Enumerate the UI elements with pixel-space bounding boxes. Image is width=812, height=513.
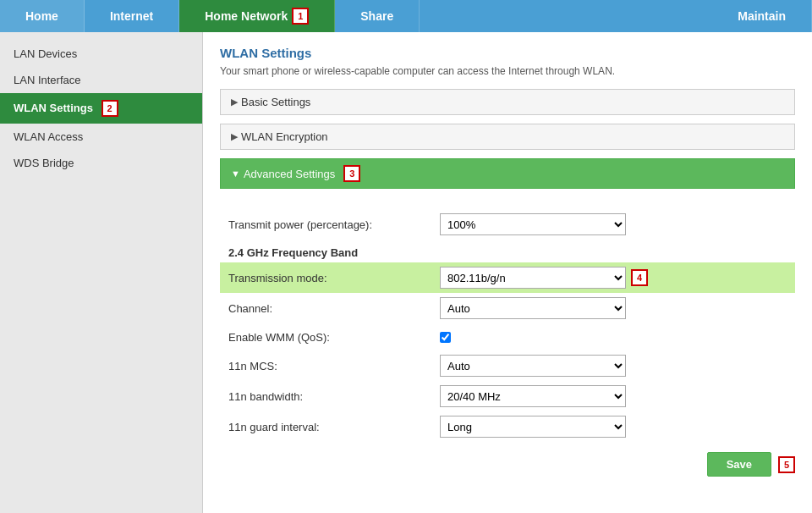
section-header-encryption[interactable]: ▶ WLAN Encryption bbox=[220, 124, 795, 150]
bandwidth-label: 11n bandwidth: bbox=[220, 390, 440, 403]
channel-row: Channel: Auto 1234 5678 91011 bbox=[220, 293, 795, 323]
page-description: Your smart phone or wireless-capable com… bbox=[220, 65, 795, 77]
main-content: WLAN Settings Your smart phone or wirele… bbox=[203, 32, 812, 513]
wmm-row: Enable WMM (QoS): bbox=[220, 323, 795, 350]
mcs-label: 11n MCS: bbox=[220, 360, 440, 372]
step-badge-1: 1 bbox=[292, 8, 309, 25]
sidebar-item-wlan-settings[interactable]: WLAN Settings 2 bbox=[0, 93, 202, 124]
sidebar-item-lan-devices[interactable]: LAN Devices bbox=[0, 41, 202, 67]
wmm-label: Enable WMM (QoS): bbox=[220, 331, 440, 344]
tab-maintain-label: Maintain bbox=[738, 9, 786, 23]
channel-select[interactable]: Auto 1234 5678 91011 bbox=[440, 297, 626, 319]
freq-band-title: 2.4 GHz Frequency Band bbox=[220, 240, 795, 262]
arrow-basic: ▶ bbox=[231, 97, 238, 108]
sidebar-label-wlan-settings: WLAN Settings bbox=[14, 102, 93, 114]
mcs-control: Auto 0123 4567 bbox=[440, 355, 626, 377]
section-header-advanced[interactable]: ▼ Advanced Settings 3 bbox=[220, 158, 795, 189]
mcs-select[interactable]: Auto 0123 4567 bbox=[440, 355, 626, 377]
page-title: WLAN Settings bbox=[220, 46, 795, 60]
bandwidth-control: 20/40 MHz 20 MHz 40 MHz bbox=[440, 385, 626, 407]
transmission-mode-select[interactable]: 802.11b/g/n 802.11b 802.11g 802.11n bbox=[440, 267, 626, 289]
guard-label: 11n guard interval: bbox=[220, 421, 440, 433]
sidebar-label-wds-bridge: WDS Bridge bbox=[14, 157, 74, 169]
channel-label: Channel: bbox=[220, 302, 440, 315]
guard-control: Long Short Auto bbox=[440, 416, 626, 438]
tab-home-network[interactable]: Home Network 1 bbox=[179, 0, 335, 32]
tab-share-label: Share bbox=[360, 9, 393, 23]
page-layout: LAN Devices LAN Interface WLAN Settings … bbox=[0, 32, 812, 513]
bandwidth-row: 11n bandwidth: 20/40 MHz 20 MHz 40 MHz bbox=[220, 381, 795, 411]
arrow-encryption: ▶ bbox=[231, 131, 238, 142]
tab-share[interactable]: Share bbox=[335, 0, 420, 32]
section-header-basic[interactable]: ▶ Basic Settings bbox=[220, 89, 795, 115]
save-button[interactable]: Save bbox=[707, 452, 771, 477]
step-badge-3: 3 bbox=[343, 165, 360, 182]
advanced-settings-content: Transmit power (percentage): 100% 75% 50… bbox=[220, 197, 795, 488]
tab-home-network-label: Home Network bbox=[205, 9, 288, 23]
tab-home[interactable]: Home bbox=[0, 0, 85, 32]
tab-internet-label: Internet bbox=[110, 9, 153, 23]
transmit-power-label: Transmit power (percentage): bbox=[220, 218, 440, 231]
section-label-encryption: WLAN Encryption bbox=[241, 130, 328, 143]
arrow-advanced: ▼ bbox=[231, 168, 240, 179]
guard-select[interactable]: Long Short Auto bbox=[440, 416, 626, 438]
section-label-basic: Basic Settings bbox=[241, 96, 310, 108]
footer-actions: Save 5 bbox=[220, 442, 795, 480]
sidebar-label-wlan-access: WLAN Access bbox=[14, 130, 83, 143]
transmit-power-control: 100% 75% 50% 25% bbox=[440, 213, 626, 235]
sidebar-label-lan-devices: LAN Devices bbox=[14, 47, 77, 60]
step-badge-4: 4 bbox=[631, 269, 648, 286]
sidebar-item-wlan-access[interactable]: WLAN Access bbox=[0, 124, 202, 150]
transmission-mode-label: Transmission mode: bbox=[220, 272, 440, 284]
sidebar-item-lan-interface[interactable]: LAN Interface bbox=[0, 67, 202, 93]
transmission-mode-control: 802.11b/g/n 802.11b 802.11g 802.11n 4 bbox=[440, 267, 648, 289]
top-navigation: Home Internet Home Network 1 Share Maint… bbox=[0, 0, 812, 32]
channel-control: Auto 1234 5678 91011 bbox=[440, 297, 626, 319]
wmm-checkbox[interactable] bbox=[440, 332, 451, 343]
step-badge-2: 2 bbox=[102, 100, 118, 117]
transmission-mode-row: Transmission mode: 802.11b/g/n 802.11b 8… bbox=[220, 262, 795, 293]
mcs-row: 11n MCS: Auto 0123 4567 bbox=[220, 350, 795, 381]
section-label-advanced: Advanced Settings bbox=[244, 168, 335, 180]
nav-spacer bbox=[420, 0, 712, 32]
sidebar-item-wds-bridge[interactable]: WDS Bridge bbox=[0, 150, 202, 176]
transmit-power-row: Transmit power (percentage): 100% 75% 50… bbox=[220, 209, 795, 240]
tab-internet[interactable]: Internet bbox=[85, 0, 179, 32]
sidebar-label-lan-interface: LAN Interface bbox=[14, 74, 81, 86]
transmit-power-select[interactable]: 100% 75% 50% 25% bbox=[440, 213, 626, 235]
step-badge-5: 5 bbox=[778, 456, 795, 473]
wmm-control bbox=[440, 332, 626, 343]
guard-row: 11n guard interval: Long Short Auto bbox=[220, 411, 795, 442]
bandwidth-select[interactable]: 20/40 MHz 20 MHz 40 MHz bbox=[440, 385, 626, 407]
sidebar: LAN Devices LAN Interface WLAN Settings … bbox=[0, 32, 203, 513]
tab-maintain[interactable]: Maintain bbox=[712, 0, 812, 32]
tab-home-label: Home bbox=[25, 9, 58, 23]
